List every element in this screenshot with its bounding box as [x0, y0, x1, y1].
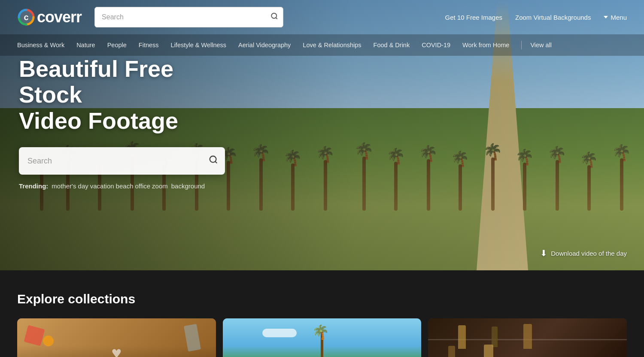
menu-label: Menu	[611, 14, 627, 21]
header-search-button[interactable]	[270, 12, 278, 22]
chevron-down-icon	[604, 16, 608, 18]
trending-label: Trending:	[19, 182, 48, 190]
nav-item-lifestyle[interactable]: Lifestyle & Wellness	[171, 42, 226, 48]
menu-link[interactable]: Menu	[604, 14, 627, 21]
hero-section: 🌴 🌴 🌴 🌴 🌴 🌴 🌴 🌴 🌴 🌴	[0, 0, 644, 270]
site-header: c coverr Get 10 Free Images Zoom Virtual…	[0, 0, 644, 34]
free-images-link[interactable]: Get 10 Free Images	[445, 14, 502, 21]
download-icon: ⬇	[540, 248, 547, 258]
nav-item-covid[interactable]: COVID-19	[422, 42, 450, 48]
hero-title-line2: Video Footage	[19, 108, 178, 133]
collection-card-0[interactable]: ♥	[17, 318, 216, 357]
collections-grid: ♥ 🌴	[17, 318, 627, 357]
hero-content: Beautiful Free Stock Video Footage Trend…	[19, 56, 242, 190]
hero-title: Beautiful Free Stock Video Footage	[19, 56, 242, 133]
collections-title: Explore collections	[17, 292, 627, 306]
nav-divider	[521, 41, 522, 49]
download-badge[interactable]: ⬇ Download video of the day	[540, 248, 627, 258]
nav-item-nature[interactable]: Nature	[76, 42, 95, 48]
collection-card-1[interactable]: 🌴	[223, 318, 422, 357]
collections-section: Explore collections ♥ 🌴	[0, 270, 644, 357]
svg-text:c: c	[24, 12, 28, 22]
logo-link[interactable]: c coverr	[17, 8, 82, 26]
header-search-input[interactable]	[94, 7, 283, 27]
nav-item-love[interactable]: Love & Relationships	[303, 42, 361, 48]
nav-item-food[interactable]: Food & Drink	[374, 42, 410, 48]
svg-point-2	[271, 13, 276, 18]
nav-item-viewall[interactable]: View all	[530, 42, 552, 48]
nav-item-aerial[interactable]: Aerial Videography	[238, 42, 291, 48]
nav-item-fitness[interactable]: Fitness	[139, 42, 159, 48]
logo-text: coverr	[37, 8, 82, 26]
search-icon	[270, 12, 278, 20]
trending-tag-2[interactable]: beach	[116, 182, 134, 190]
header-search-container	[94, 7, 283, 27]
logo-icon: c	[17, 8, 35, 26]
hero-search-button[interactable]	[209, 155, 218, 167]
header-right: Get 10 Free Images Zoom Virtual Backgrou…	[445, 14, 627, 21]
zoom-link[interactable]: Zoom Virtual Backgrounds	[515, 14, 591, 21]
search-icon	[209, 155, 218, 164]
trending-tag-0[interactable]: mother's day	[52, 182, 88, 190]
category-nav: Business & Work Nature People Fitness Li…	[0, 34, 644, 56]
collection-card-2[interactable]	[428, 318, 627, 357]
svg-line-3	[276, 18, 277, 19]
hero-title-line1: Beautiful Free Stock	[19, 56, 173, 107]
hero-search-container	[19, 147, 225, 175]
zoom-label: Zoom Virtual Backgrounds	[515, 14, 591, 21]
trending-tag-3[interactable]: office	[135, 182, 150, 190]
trending-section: Trending: mother's day vacation beach of…	[19, 182, 225, 190]
trending-tag-4[interactable]: zoom	[152, 182, 168, 190]
trending-tag-1[interactable]: vacation	[90, 182, 114, 190]
nav-item-business[interactable]: Business & Work	[17, 42, 64, 48]
nav-item-wfh[interactable]: Work from Home	[462, 42, 509, 48]
svg-line-5	[215, 162, 217, 163]
trending-tag-5[interactable]: background	[171, 182, 205, 190]
svg-point-4	[210, 156, 216, 163]
nav-item-people[interactable]: People	[107, 42, 127, 48]
download-label: Download video of the day	[551, 250, 627, 257]
hero-search-input[interactable]	[19, 147, 225, 175]
